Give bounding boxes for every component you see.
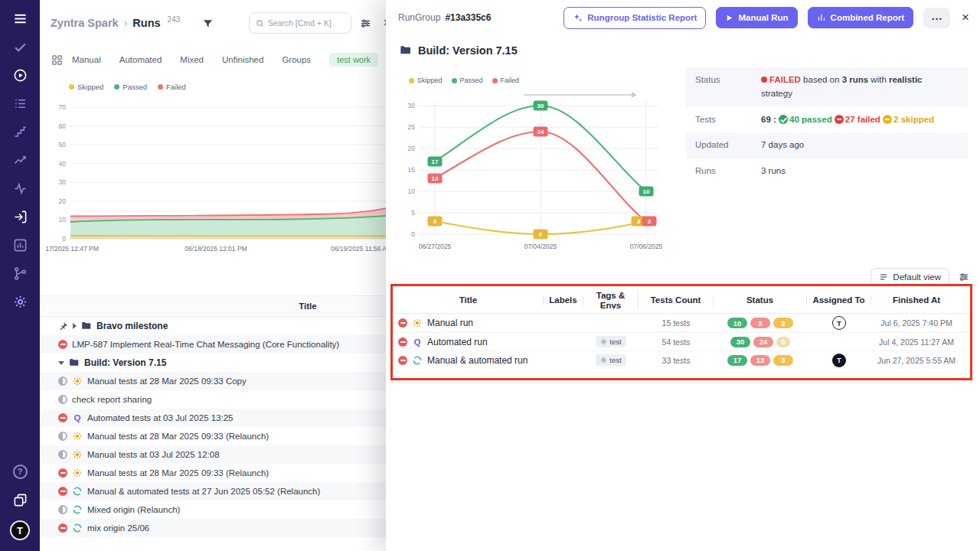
svg-text:25: 25: [408, 123, 416, 131]
menu-icon[interactable]: [12, 11, 28, 26]
area-chart-legend: Skipped Passed Failed: [69, 83, 186, 91]
svg-text:15: 15: [408, 166, 416, 174]
svg-text:70: 70: [59, 103, 67, 111]
runs-play-icon[interactable]: [12, 67, 28, 83]
rungroup-drawer: RunGroup #13a335c6 Rungroup Statistic Re…: [386, 0, 980, 551]
assignee-avatar[interactable]: T: [832, 316, 846, 330]
tab-unfinished[interactable]: Unfinished: [222, 55, 263, 64]
tab-groups[interactable]: Groups: [282, 55, 311, 64]
caret-right-icon[interactable]: [73, 323, 77, 329]
filter-chip-test-work[interactable]: test work: [329, 53, 378, 67]
activity-pulse-icon[interactable]: [12, 181, 28, 196]
status-pills-cell: 30 24 0: [714, 337, 807, 347]
column-finished-at[interactable]: Finished At: [871, 295, 962, 305]
run-title-link[interactable]: Manual run: [427, 318, 473, 328]
assigned-cell: T: [807, 316, 871, 330]
breadcrumb-brand[interactable]: Zyntra Spark: [51, 17, 119, 29]
automated-run-icon: Q: [72, 412, 83, 423]
display-settings-icon[interactable]: [357, 14, 375, 32]
user-avatar[interactable]: T: [10, 520, 30, 540]
bar-chart-icon: [817, 13, 826, 22]
caret-down-icon[interactable]: [58, 361, 64, 365]
skipped-pill: 3: [773, 355, 793, 366]
tests-count-cell: 33 tests: [639, 356, 714, 365]
status-failed-icon: [58, 340, 67, 349]
test-cases-icon[interactable]: [12, 96, 28, 111]
tests-count-cell: 15 tests: [639, 318, 714, 328]
column-labels[interactable]: Labels: [544, 295, 583, 305]
svg-text:60: 60: [59, 122, 67, 130]
svg-text:50: 50: [59, 141, 67, 148]
column-assigned-to[interactable]: Assigned To: [807, 295, 871, 305]
failed-pill: 3: [750, 318, 770, 328]
workflow-branch-icon[interactable]: [12, 266, 28, 281]
run-title-link[interactable]: Automated run: [427, 337, 488, 347]
page-header: Zyntra Spark › Runs 243 ×: [40, 0, 400, 46]
legend-skipped: Skipped: [69, 83, 103, 91]
tag-chip[interactable]: test: [596, 354, 626, 366]
finished-at-cell: Jul 6, 2025 7:40 PM: [871, 318, 962, 328]
settings-gear-icon[interactable]: [12, 294, 28, 309]
filter-funnel-icon[interactable]: [198, 13, 217, 33]
todo-check-icon[interactable]: [12, 39, 28, 54]
finished-at-cell: Jun 27, 2025 5:55 AM: [871, 356, 962, 365]
trend-icon[interactable]: [12, 152, 28, 168]
manual-run-button[interactable]: Manual Run: [716, 7, 797, 28]
info-status-row: Status FAILED based on 3 runs with reali…: [686, 67, 968, 107]
failed-pill: 13: [750, 355, 770, 366]
column-tags-envs[interactable]: Tags & Envs: [583, 291, 639, 310]
search-input[interactable]: [268, 18, 345, 28]
milestones-icon[interactable]: [12, 124, 28, 139]
default-view-button[interactable]: Default view: [871, 268, 949, 286]
column-tests-count[interactable]: Tests Count: [639, 295, 714, 305]
pin-icon[interactable]: [58, 321, 68, 331]
table-row-manual-run[interactable]: Manual run 15 tests 10 3 2 T Jul 6, 2025…: [394, 314, 969, 332]
view-grid-icon[interactable]: [51, 54, 63, 66]
skipped-minus-icon: [883, 115, 892, 124]
status-unfinished-icon: [58, 395, 67, 404]
svg-text:30: 30: [59, 178, 67, 186]
failed-minus-icon: [835, 115, 844, 124]
import-export-icon[interactable]: [12, 209, 28, 224]
play-icon: [725, 14, 733, 22]
legend-failed: Failed: [158, 83, 186, 91]
assignee-avatar[interactable]: T: [832, 354, 846, 367]
tab-automated[interactable]: Automated: [119, 55, 162, 64]
svg-text:17/2025 12:47 PM: 17/2025 12:47 PM: [45, 245, 98, 253]
tab-manual[interactable]: Manual: [72, 55, 101, 64]
column-settings-icon[interactable]: [959, 272, 969, 282]
rungroup-label: RunGroup: [398, 12, 440, 23]
status-unfinished-icon: [58, 450, 67, 459]
table-row-manual-automated-run[interactable]: Manual & automated run test 33 tests 17 …: [394, 350, 969, 369]
legend-passed: Passed: [114, 83, 147, 91]
info-runs-row: Runs 3 runs: [686, 158, 968, 184]
run-title-link[interactable]: Manual & automated run: [427, 355, 528, 366]
sidebar: ? T: [0, 0, 40, 551]
help-icon[interactable]: ?: [12, 464, 28, 479]
passed-pill: 30: [730, 337, 750, 347]
svg-text:07/04/2025: 07/04/2025: [524, 243, 557, 250]
status-failed-icon: [398, 337, 407, 347]
more-actions-button[interactable]: …: [923, 8, 950, 28]
tag-chip[interactable]: test: [596, 336, 626, 347]
column-status[interactable]: Status: [714, 295, 807, 305]
svg-text:30: 30: [408, 102, 416, 109]
reports-chart-icon[interactable]: [12, 237, 28, 253]
table-row-automated-run[interactable]: Q Automated run test 54 tests 30 24 0: [394, 332, 969, 350]
automated-run-icon: Q: [412, 337, 423, 347]
rungroup-runs-table: Title Labels Tags & Envs Tests Count Sta…: [394, 288, 969, 369]
status-pills-cell: 17 13 3: [714, 355, 807, 366]
column-title[interactable]: Title: [394, 295, 544, 305]
tab-mixed[interactable]: Mixed: [180, 55, 204, 64]
drawer-close-icon[interactable]: ×: [962, 10, 969, 25]
projects-icon[interactable]: [12, 492, 28, 507]
svg-text:3: 3: [433, 218, 437, 225]
svg-text:24: 24: [537, 129, 544, 135]
svg-text:13: 13: [432, 175, 439, 182]
svg-text:10: 10: [408, 187, 416, 195]
svg-text:06/27/2025: 06/27/2025: [419, 243, 452, 250]
svg-text:3: 3: [637, 218, 641, 225]
rungroup-statistic-report-button[interactable]: Rungroup Statistic Report: [564, 7, 706, 29]
mixed-run-icon: [412, 355, 423, 366]
combined-report-button[interactable]: Combined Report: [808, 7, 913, 28]
